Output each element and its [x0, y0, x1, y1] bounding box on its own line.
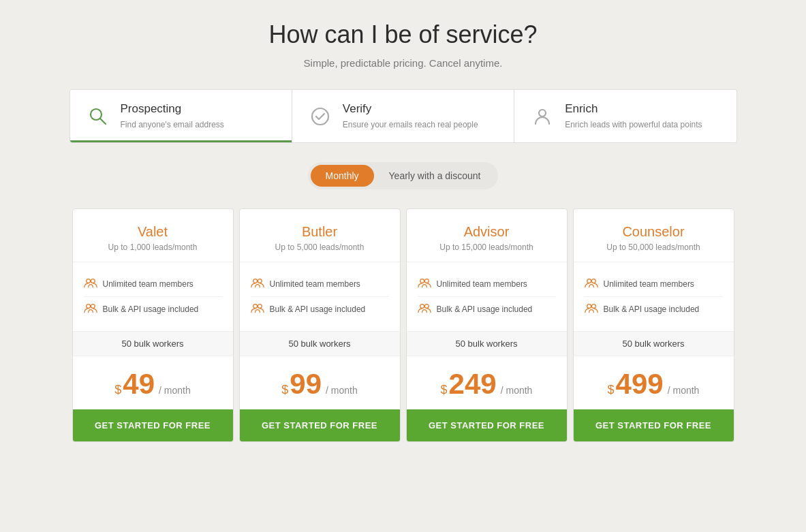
plan-counselor-header: Counselor Up to 50,000 leads/month — [574, 209, 734, 262]
feature-team-counselor: Unlimited team members — [585, 272, 723, 297]
tab-prospecting-text: Prospecting Find anyone's email address — [121, 102, 224, 130]
search-icon — [85, 104, 111, 129]
pricing-grid: Valet Up to 1,000 leads/month Unlimited … — [69, 208, 737, 442]
plan-counselor-name: Counselor — [587, 224, 720, 240]
price-display-advisor: $ 249 / month — [418, 370, 556, 398]
plan-advisor: Advisor Up to 15,000 leads/month Unlimit… — [406, 208, 568, 442]
svg-point-12 — [420, 279, 424, 283]
svg-point-15 — [424, 304, 429, 309]
plan-butler-price: $ 99 / month — [240, 356, 400, 409]
price-display-valet: $ 49 / month — [84, 370, 222, 398]
billing-toggle: Monthly Yearly with a discount — [308, 162, 499, 189]
feature-api-text: Bulk & API usage included — [103, 304, 199, 314]
plan-valet-bulk: 50 bulk workers — [73, 331, 233, 356]
feature-api-text-butler: Bulk & API usage included — [270, 304, 366, 314]
plan-valet-name: Valet — [87, 224, 219, 240]
team-icon-butler — [251, 277, 264, 291]
person-icon — [529, 104, 555, 129]
svg-point-8 — [253, 279, 257, 283]
plan-advisor-header: Advisor Up to 15,000 leads/month — [407, 209, 567, 262]
plan-counselor: Counselor Up to 50,000 leads/month Unlim… — [573, 208, 734, 442]
price-period-advisor: / month — [501, 385, 533, 396]
tab-prospecting[interactable]: Prospecting Find anyone's email address — [70, 90, 292, 142]
feature-team-text: Unlimited team members — [103, 279, 193, 289]
price-period-counselor: / month — [668, 385, 700, 396]
svg-point-10 — [253, 304, 257, 309]
svg-point-3 — [539, 110, 546, 116]
svg-point-9 — [258, 279, 262, 283]
feature-team-members: Unlimited team members — [84, 272, 222, 297]
toggle-monthly[interactable]: Monthly — [311, 165, 374, 187]
svg-point-7 — [91, 304, 95, 309]
team-icon-counselor — [585, 277, 598, 291]
feature-api-text-advisor: Bulk & API usage included — [437, 304, 533, 314]
api-icon-butler — [251, 302, 264, 316]
feature-team-text-advisor: Unlimited team members — [437, 279, 527, 289]
page-subtitle: Simple, predictable pricing. Cancel anyt… — [304, 57, 503, 69]
price-dollar-counselor: $ — [608, 383, 615, 397]
plan-valet-leads: Up to 1,000 leads/month — [87, 242, 219, 252]
plan-valet-price: $ 49 / month — [73, 356, 233, 409]
feature-api-text-counselor: Bulk & API usage included — [604, 304, 700, 314]
price-amount-advisor: 249 — [449, 370, 497, 398]
cta-butler[interactable]: GET STARTED FOR FREE — [240, 409, 400, 441]
feature-team-text-counselor: Unlimited team members — [604, 279, 694, 289]
tab-verify-text: Verify Ensure your emails reach real peo… — [343, 102, 478, 130]
plan-advisor-name: Advisor — [420, 224, 553, 240]
check-circle-icon — [307, 104, 333, 129]
plan-butler-leads: Up to 5,000 leads/month — [253, 242, 386, 252]
plan-counselor-features: Unlimited team members Bulk & API usage … — [574, 262, 734, 331]
cta-counselor[interactable]: GET STARTED FOR FREE — [574, 409, 734, 441]
svg-line-1 — [100, 119, 106, 124]
tab-prospecting-desc: Find anyone's email address — [121, 120, 224, 129]
feature-team-advisor: Unlimited team members — [418, 272, 556, 297]
tab-enrich-text: Enrich Enrich leads with powerful data p… — [565, 102, 702, 130]
feature-bulk-api: Bulk & API usage included — [84, 297, 222, 322]
tab-verify[interactable]: Verify Ensure your emails reach real peo… — [292, 90, 514, 142]
toggle-yearly[interactable]: Yearly with a discount — [374, 165, 496, 187]
tab-enrich-label: Enrich — [565, 102, 702, 116]
feature-api-advisor: Bulk & API usage included — [418, 297, 556, 322]
feature-api-counselor: Bulk & API usage included — [585, 297, 723, 322]
svg-point-14 — [420, 304, 424, 309]
svg-point-13 — [424, 279, 429, 283]
plan-butler-features: Unlimited team members Bulk & API usage … — [240, 262, 400, 331]
tab-enrich[interactable]: Enrich Enrich leads with powerful data p… — [514, 90, 736, 142]
svg-point-2 — [312, 108, 328, 125]
plan-counselor-leads: Up to 50,000 leads/month — [587, 242, 720, 252]
price-display-butler: $ 99 / month — [251, 370, 389, 398]
cta-valet[interactable]: GET STARTED FOR FREE — [73, 409, 233, 441]
api-icon — [84, 302, 97, 316]
team-icon — [84, 277, 97, 291]
plan-counselor-bulk: 50 bulk workers — [574, 331, 734, 356]
plan-butler: Butler Up to 5,000 leads/month Unlimited… — [239, 208, 401, 442]
feature-team-butler: Unlimited team members — [251, 272, 389, 297]
api-icon-counselor — [585, 302, 598, 316]
price-dollar-advisor: $ — [441, 383, 448, 397]
svg-point-19 — [591, 304, 595, 309]
plan-counselor-price: $ 499 / month — [574, 356, 734, 409]
price-dollar-butler: $ — [281, 383, 288, 397]
tab-verify-label: Verify — [343, 102, 478, 116]
svg-point-4 — [86, 279, 90, 283]
feature-api-butler: Bulk & API usage included — [251, 297, 389, 322]
plan-valet: Valet Up to 1,000 leads/month Unlimited … — [72, 208, 234, 442]
price-dollar-valet: $ — [114, 383, 121, 397]
price-period-butler: / month — [326, 385, 358, 396]
tab-prospecting-label: Prospecting — [121, 102, 224, 116]
svg-point-18 — [587, 304, 591, 309]
team-icon-advisor — [418, 277, 431, 291]
tab-verify-desc: Ensure your emails reach real people — [343, 120, 478, 129]
plan-butler-bulk: 50 bulk workers — [240, 331, 400, 356]
feature-team-text-butler: Unlimited team members — [270, 279, 360, 289]
plan-butler-name: Butler — [253, 224, 386, 240]
tab-enrich-desc: Enrich leads with powerful data points — [565, 120, 702, 129]
svg-point-5 — [91, 279, 95, 283]
plan-butler-header: Butler Up to 5,000 leads/month — [240, 209, 400, 262]
cta-advisor[interactable]: GET STARTED FOR FREE — [407, 409, 567, 441]
svg-point-16 — [587, 279, 591, 283]
plan-valet-header: Valet Up to 1,000 leads/month — [73, 209, 233, 262]
api-icon-advisor — [418, 302, 431, 316]
plan-advisor-bulk: 50 bulk workers — [407, 331, 567, 356]
plan-advisor-leads: Up to 15,000 leads/month — [420, 242, 553, 252]
